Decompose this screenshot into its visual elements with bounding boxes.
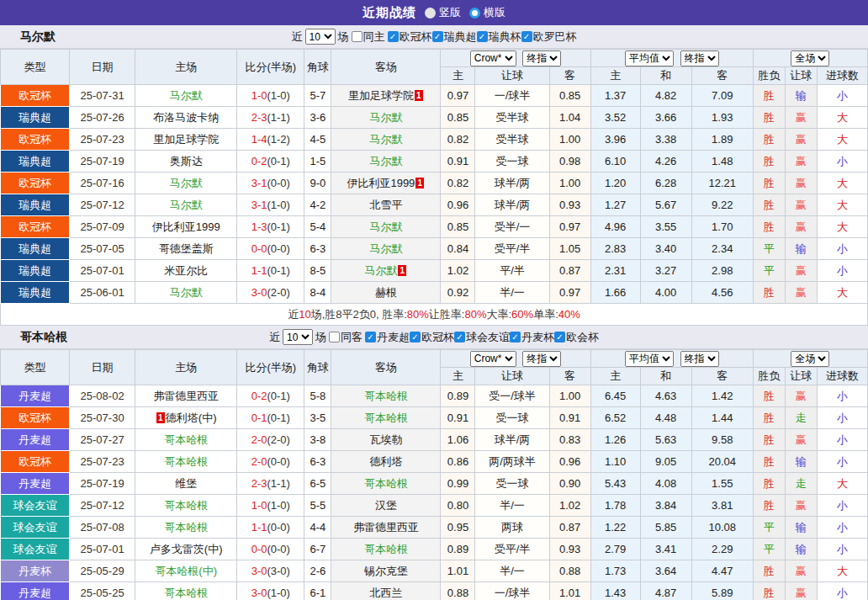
league-badge: 瑞典超: [1, 107, 70, 129]
asia-odds-group: Crow* 终指: [441, 50, 590, 67]
euro-away-odds: 4.47: [691, 560, 753, 582]
scope-select[interactable]: 全场: [791, 351, 829, 367]
team-label: 马尔默: [170, 177, 203, 189]
goals-result: 大: [817, 560, 867, 582]
near-label: 近: [292, 29, 303, 45]
euro-away-odds: 9.22: [691, 194, 753, 216]
odds-source-select[interactable]: Crow*: [470, 351, 516, 367]
league-filter-checkbox[interactable]: ✓丹麦超: [365, 330, 410, 345]
result: 胜: [753, 451, 785, 473]
handicap-result: 输: [785, 238, 817, 260]
match-row: 球会友谊25-07-12哥本哈根1-0(1-0)5-5汉堡0.80半/一1.02…: [1, 495, 868, 517]
odds-source-select[interactable]: Crow*: [470, 50, 516, 66]
topbar: 近期战绩 竖版 横版: [0, 0, 868, 25]
match-row: 欧冠杯25-07-09伊比利亚19991-3(0-1)5-4马尔默0.85受半/…: [1, 216, 868, 238]
league-filter-checkbox[interactable]: ✓球会友谊: [454, 330, 510, 345]
euro-source-select[interactable]: 平均值: [625, 351, 674, 367]
league-filter-checkbox[interactable]: ✓瑞典超: [432, 29, 477, 45]
match-date: 25-07-01: [70, 260, 135, 282]
col-asia-away: 客: [549, 368, 590, 385]
checkbox-icon: ✓: [510, 332, 521, 342]
col-type: 类型: [1, 50, 70, 85]
asia-away-odds: 0.96: [549, 451, 590, 473]
asia-handicap: 球半/两: [475, 194, 549, 216]
league-filter-checkbox[interactable]: ✓欧罗巴杯: [521, 29, 577, 45]
result: 胜: [753, 85, 785, 107]
corner-score: 6-3: [304, 451, 331, 473]
league-badge: 瑞典超: [1, 282, 70, 304]
layout-radio-vertical[interactable]: 竖版: [425, 5, 461, 20]
match-date: 25-07-12: [70, 495, 135, 517]
odds-time-select[interactable]: 终指: [522, 50, 561, 66]
home-team: 马尔默: [135, 85, 237, 107]
league-filter-label: 球会友谊: [466, 330, 510, 345]
euro-away-odds: 2.29: [691, 539, 753, 560]
asia-handicap: 受平/半: [475, 238, 549, 260]
match-row: 丹麦超25-05-25哥本哈根3-0(1-0)6-1北西兰0.88一/球半1.0…: [1, 582, 868, 600]
euro-draw-odds: 3.55: [640, 216, 691, 238]
match-row: 欧冠杯25-07-23里加足球学院1-4(1-2)4-5马尔默0.82受半球1.…: [1, 129, 868, 151]
col-home: 主场: [135, 50, 237, 85]
same-venue-filter[interactable]: 同主: [352, 29, 385, 45]
result-group: 全场: [753, 350, 867, 368]
league-badge: 欧冠杯: [1, 407, 70, 429]
checkbox-icon: ✓: [388, 31, 399, 42]
away-team: 马尔默: [331, 107, 441, 129]
matches-table: 类型 日期 主场 比分(半场) 角球 客场 Crow* 终指 平均值 终指: [0, 349, 868, 600]
handicap-result: 赢: [785, 282, 817, 304]
handicap-result: 赢: [785, 560, 817, 582]
col-euro-draw: 和: [640, 67, 691, 85]
card-badge: 1: [156, 412, 165, 423]
score: 1-0(1-0): [237, 85, 304, 107]
same-venue-filter[interactable]: 同客: [329, 330, 363, 345]
euro-time-select[interactable]: 终指: [680, 351, 719, 367]
league-filter-checkbox[interactable]: ✓欧会杯: [554, 330, 599, 345]
asia-home-odds: 0.91: [441, 151, 475, 173]
match-row: 欧冠杯25-07-16马尔默3-1(0-0)9-0伊比利亚199910.82球半…: [1, 173, 868, 194]
goals-result: 小: [817, 429, 867, 451]
league-filter-label: 欧会杯: [566, 330, 599, 345]
euro-home-odds: 1.27: [590, 194, 640, 216]
match-date: 25-07-05: [70, 238, 135, 260]
col-euro-away: 客: [691, 67, 753, 85]
home-team: 哥本哈根: [135, 517, 237, 539]
handicap-result: 输: [785, 451, 817, 473]
result: 胜: [753, 495, 785, 517]
col-result: 胜负: [753, 368, 785, 385]
card-badge: 1: [415, 90, 423, 101]
score: 3-1(0-0): [237, 173, 304, 194]
recent-count-select[interactable]: 10: [283, 329, 313, 345]
euro-source-select[interactable]: 平均值: [625, 50, 674, 66]
checkbox-icon: ✓: [365, 332, 376, 342]
handicap-result: 输: [785, 539, 817, 560]
checkbox-icon: ✓: [432, 31, 443, 42]
asia-away-odds: 0.83: [549, 429, 590, 451]
league-filter-checkbox[interactable]: ✓欧冠杯: [388, 29, 432, 45]
layout-radio-horizontal[interactable]: 横版: [469, 5, 505, 20]
card-badge: 1: [415, 178, 424, 188]
euro-away-odds: 3.81: [691, 495, 753, 517]
league-badge: 球会友谊: [1, 517, 70, 539]
league-badge: 瑞典超: [1, 151, 70, 173]
match-date: 25-06-01: [70, 282, 135, 304]
handicap-result: 赢: [785, 429, 817, 451]
euro-home-odds: 1.20: [590, 173, 640, 194]
away-team: 北雪平: [331, 194, 441, 216]
asia-away-odds: 0.97: [549, 282, 590, 304]
euro-time-select[interactable]: 终指: [680, 50, 719, 66]
team-label: 弗雷德里西亚: [353, 521, 419, 534]
page-title: 近期战绩: [363, 5, 416, 21]
home-team: 布洛马波卡纳: [135, 107, 237, 129]
home-team: 弗雷德里西亚: [135, 385, 237, 407]
recent-count-select[interactable]: 10: [305, 29, 336, 45]
odds-time-select[interactable]: 终指: [522, 351, 561, 367]
summary-segment: 60%: [511, 308, 533, 321]
league-filter-checkbox[interactable]: ✓丹麦杯: [510, 330, 554, 345]
league-filter-checkbox[interactable]: ✓瑞典杯: [477, 29, 521, 45]
scope-select[interactable]: 全场: [791, 50, 829, 66]
away-team: 哥本哈根: [331, 473, 441, 495]
league-filter-checkbox[interactable]: ✓欧冠杯: [410, 330, 454, 345]
result: 胜: [753, 582, 785, 600]
match-row: 丹麦超25-07-19维堡2-3(1-1)6-5哥本哈根0.99受一球0.905…: [1, 473, 868, 495]
euro-away-odds: 1.48: [691, 151, 753, 173]
